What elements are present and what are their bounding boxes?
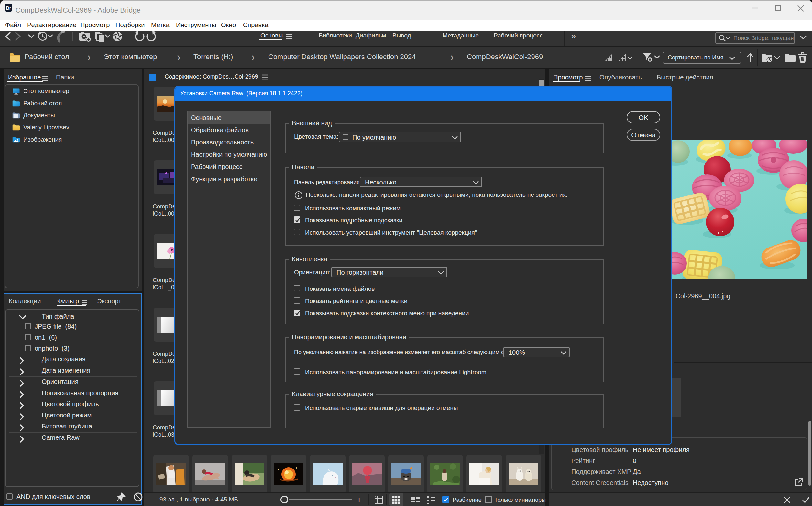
svg-text:Br: Br xyxy=(6,5,11,11)
